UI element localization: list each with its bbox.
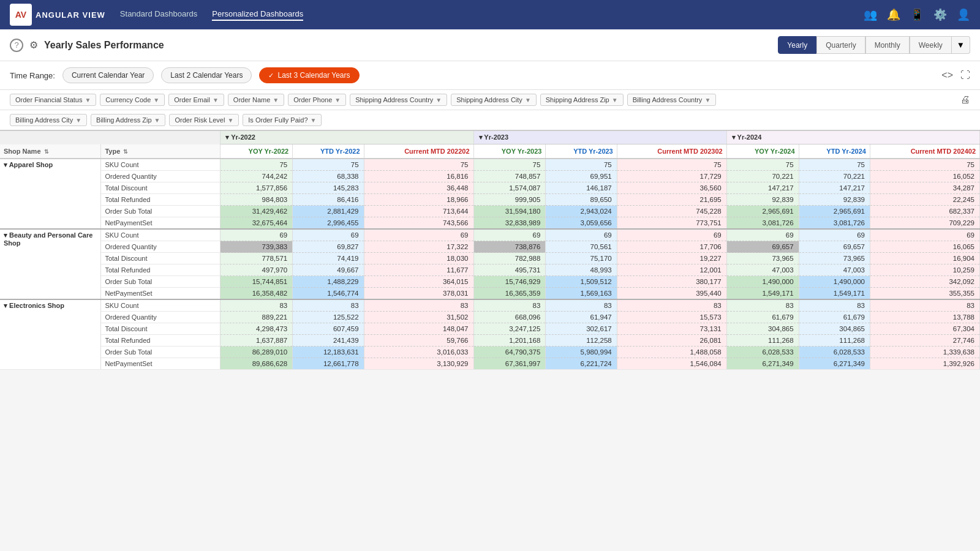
shop-name-cell: ▾ Apparel Shop [0, 159, 101, 229]
funnel-icon: ▼ [85, 97, 91, 103]
data-cell: 18,966 [364, 194, 473, 206]
filter-chip-billing-country[interactable]: Billing Address Country ▼ [627, 94, 717, 106]
filter-chip-billing-zip[interactable]: Billing Address Zip ▼ [91, 114, 165, 126]
data-cell: 69 [473, 229, 546, 241]
data-cell: 2,943,024 [546, 206, 617, 217]
filter-chip-shipping-zip[interactable]: Shipping Address Zip ▼ [540, 94, 624, 106]
user-icon[interactable]: 👤 [957, 8, 970, 21]
nav-link-standard[interactable]: Standard Dashboards [120, 9, 197, 21]
logo-icon: AV [10, 4, 32, 26]
data-cell: 83 [617, 299, 726, 312]
funnel-icon: ▼ [612, 97, 618, 103]
data-cell: 147,217 [799, 182, 870, 194]
data-cell: 83 [221, 299, 293, 312]
data-cell: 22,245 [870, 194, 979, 206]
data-cell: 16,052 [870, 171, 979, 182]
type-cell: Ordered Quantity [101, 312, 221, 323]
nav-link-personalized[interactable]: Personalized Dashboards [212, 9, 303, 21]
data-cell: 302,617 [546, 323, 617, 335]
bell-icon[interactable]: 🔔 [887, 8, 900, 21]
funnel-icon: ▼ [273, 97, 279, 103]
data-cell: 16,358,482 [221, 288, 293, 300]
col-ytd-2024: YTD Yr-2024 [799, 144, 870, 159]
code-view-icon[interactable]: <> [941, 70, 953, 81]
data-cell: 75 [293, 159, 364, 171]
data-cell: 74,419 [293, 253, 364, 264]
data-cell: 31,594,180 [473, 206, 546, 217]
filter-settings-icon[interactable]: ⚙ [29, 39, 38, 51]
data-cell: 6,221,724 [546, 358, 617, 370]
data-cell: 17,322 [364, 241, 473, 253]
filter-chip-financial-status[interactable]: Order Financial Status ▼ [10, 94, 96, 106]
filter-chip-fully-paid[interactable]: Is Order Fully Paid? ▼ [243, 114, 322, 126]
data-cell: 69 [221, 229, 293, 241]
data-cell: 2,965,691 [799, 206, 870, 217]
col-type-header[interactable]: Type ⇅ [101, 144, 221, 159]
filter-chip-shipping-city[interactable]: Shipping Address City ▼ [451, 94, 537, 106]
filter-label: Shipping Address Country [355, 96, 433, 103]
yr-group-header-row: ▾ Yr-2022 ▾ Yr-2023 ▾ Yr-2024 [0, 131, 980, 144]
data-cell: 36,448 [364, 182, 473, 194]
filter-chip-order-phone[interactable]: Order Phone ▼ [288, 94, 346, 106]
help-icon[interactable]: ? [10, 39, 23, 52]
data-cell: 1,490,000 [726, 276, 799, 288]
data-cell: 75 [870, 159, 979, 171]
data-cell: 241,439 [293, 335, 364, 347]
period-btn-yearly[interactable]: Yearly [778, 36, 816, 54]
data-cell: 364,015 [364, 276, 473, 288]
data-cell: 36,560 [617, 182, 726, 194]
type-cell: Order Sub Total [101, 206, 221, 217]
type-cell: Ordered Quantity [101, 241, 221, 253]
table-row: Ordered Quantity744,24268,33816,816748,8… [0, 171, 980, 182]
table-row: NetPaymentSet16,358,4821,546,774378,0311… [0, 288, 980, 300]
time-btn-last-2[interactable]: Last 2 Calendar Years [161, 67, 252, 83]
filter-label: Order Financial Status [15, 96, 82, 103]
fullscreen-icon[interactable]: ⛶ [960, 70, 970, 81]
data-cell: 782,988 [473, 253, 546, 264]
data-cell: 89,686,628 [221, 358, 293, 370]
period-btn-monthly[interactable]: Monthly [865, 36, 910, 54]
data-cell: 15,573 [617, 312, 726, 323]
data-cell: 1,201,168 [473, 335, 546, 347]
filter-chip-shipping-country[interactable]: Shipping Address Country ▼ [350, 94, 447, 106]
filter-chip-currency-code[interactable]: Currency Code ▼ [100, 94, 165, 106]
time-btn-last-3[interactable]: ✓ Last 3 Calendar Years [259, 67, 359, 83]
filter-chip-order-name[interactable]: Order Name ▼ [228, 94, 284, 106]
data-cell: 1,339,638 [870, 347, 979, 358]
period-btn-quarterly[interactable]: Quarterly [816, 36, 865, 54]
table-row: Order Sub Total31,429,4622,881,429713,64… [0, 206, 980, 217]
data-cell: 10,259 [870, 264, 979, 276]
filter-chip-billing-city[interactable]: Billing Address City ▼ [10, 114, 87, 126]
nav-left: AV ANGULAR VIEW Standard Dashboards Pers… [10, 4, 303, 26]
time-btn-current-year[interactable]: Current Calendar Year [62, 67, 154, 83]
data-cell: 743,566 [364, 217, 473, 230]
filter-chip-order-risk[interactable]: Order Risk Level ▼ [169, 114, 239, 126]
col-shopname-header[interactable]: Shop Name ⇅ [0, 144, 101, 159]
data-cell: 342,092 [870, 276, 979, 288]
data-cell: 31,429,462 [221, 206, 293, 217]
data-cell: 6,271,349 [726, 358, 799, 370]
data-cell: 111,268 [726, 335, 799, 347]
data-cell: 32,675,464 [221, 217, 293, 230]
data-cell: 4,298,473 [221, 323, 293, 335]
col-header-row: Shop Name ⇅ Type ⇅ YOY Yr-2022 YTD Yr-20… [0, 144, 980, 159]
data-cell: 3,130,929 [364, 358, 473, 370]
period-dropdown-btn[interactable]: ▼ [952, 36, 970, 54]
data-cell: 668,096 [473, 312, 546, 323]
data-cell: 11,677 [364, 264, 473, 276]
type-cell: Total Refunded [101, 264, 221, 276]
logo[interactable]: AV ANGULAR VIEW [10, 4, 105, 26]
data-cell: 73,965 [799, 253, 870, 264]
table-row: Total Discount1,577,856145,28336,4481,57… [0, 182, 980, 194]
data-cell: 1,637,887 [221, 335, 293, 347]
period-btn-weekly[interactable]: Weekly [910, 36, 952, 54]
type-cell: SKU Count [101, 229, 221, 241]
yr2024-header: ▾ Yr-2024 [726, 131, 979, 144]
tablet-icon[interactable]: 📱 [910, 8, 924, 21]
data-cell: 75 [221, 159, 293, 171]
data-cell: 92,839 [726, 194, 799, 206]
people-icon[interactable]: 👥 [864, 8, 877, 21]
sliders-icon[interactable]: ⚙️ [933, 8, 947, 21]
print-icon[interactable]: 🖨 [960, 94, 970, 105]
filter-chip-order-email[interactable]: Order Email ▼ [168, 94, 224, 106]
